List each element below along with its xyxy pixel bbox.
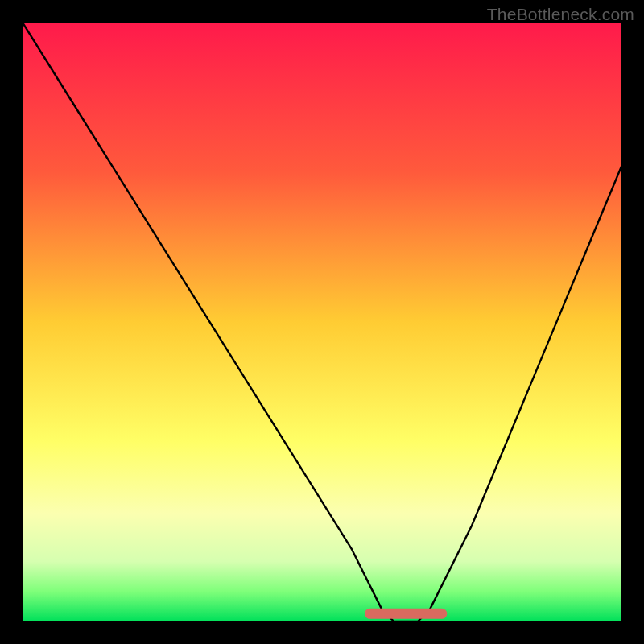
plot-area: [23, 23, 621, 621]
bottleneck-chart: [23, 23, 621, 621]
gradient-background: [23, 23, 621, 621]
chart-frame: TheBottleneck.com: [0, 0, 644, 644]
watermark-text: TheBottleneck.com: [487, 5, 634, 24]
